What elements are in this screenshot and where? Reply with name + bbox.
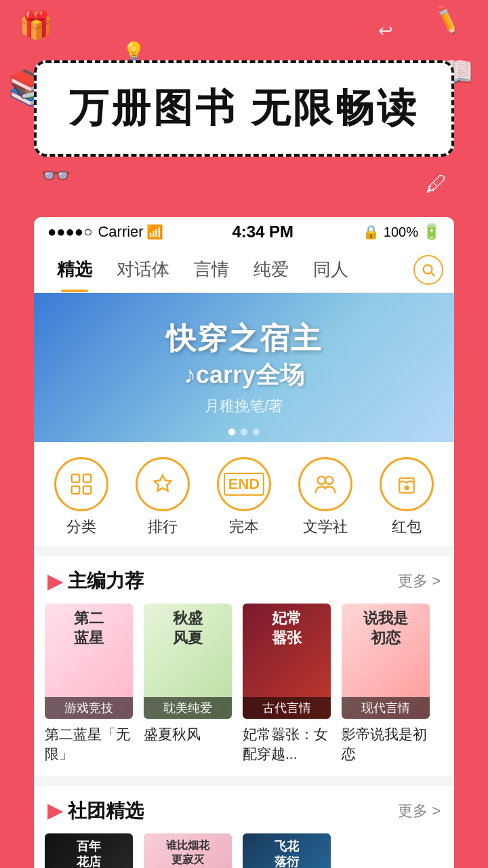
quick-category[interactable]: 分类 xyxy=(54,457,108,537)
banner-author: 月稚挽笔/著 xyxy=(166,396,322,416)
quick-literary[interactable]: 文学社 xyxy=(298,457,352,537)
literary-icon-circle xyxy=(298,457,352,511)
book-item[interactable]: 百年花店 轻小说 百年花店 xyxy=(45,833,133,868)
book-title: 第二蓝星「无限」 xyxy=(45,724,133,764)
book-cover: 飞花落衍 耽美纯爱 xyxy=(243,833,331,868)
book-genre-tag: 现代言情 xyxy=(342,697,430,719)
cover-art: 秋盛风夏 xyxy=(144,604,232,653)
finished-label: 完本 xyxy=(229,517,259,537)
time-display: 4:34 PM xyxy=(232,222,293,241)
svg-point-9 xyxy=(404,486,409,490)
title-arrow-icon: ▶ xyxy=(47,570,62,593)
editor-picks-section: ▶ 主编力荐 更多 > 第二蓝星 游戏竞技 第二蓝星「无限」 秋盛风夏 耽美纯爱… xyxy=(34,556,454,776)
svg-line-1 xyxy=(432,273,435,276)
book-item[interactable]: 妃常嚣张 古代言情 妃常嚣张：女配穿越... xyxy=(243,604,331,764)
nav-tabs: 精选 对话体 言情 纯爱 同人 xyxy=(34,247,454,293)
search-button[interactable] xyxy=(413,255,443,285)
svg-rect-2 xyxy=(72,475,79,482)
quick-ranking[interactable]: 排行 xyxy=(136,457,190,537)
carrier-label: Carrier xyxy=(98,223,143,241)
book-item[interactable]: 飞花落衍 耽美纯爱 飞花落衍 xyxy=(243,833,331,868)
community-picks-list: 百年花店 轻小说 百年花店 谁比烟花更寂灭 现代言情 谁比烟花更 飞花落衍 耽美… xyxy=(34,833,454,868)
ranking-label: 排行 xyxy=(148,517,178,537)
category-label: 分类 xyxy=(66,517,96,537)
svg-rect-8 xyxy=(399,478,414,493)
banner-content: 快穿之宿主 ♪carry全场 月稚挽笔/著 xyxy=(166,319,322,416)
tab-tongren[interactable]: 同人 xyxy=(301,247,361,292)
signal-indicator: ●●●●○ xyxy=(47,223,92,241)
end-badge: END xyxy=(224,473,264,496)
svg-point-0 xyxy=(424,264,432,273)
cover-art: 百年花店 xyxy=(45,833,133,868)
book-genre-tag: 游戏竞技 xyxy=(45,697,133,719)
dot-1 xyxy=(228,429,235,435)
status-bar: ●●●●○ Carrier 📶 4:34 PM 🔒 100% 🔋 xyxy=(34,217,454,247)
book-cover: 妃常嚣张 古代言情 xyxy=(243,604,331,719)
book-title: 影帝说我是初恋 xyxy=(342,724,430,764)
search-icon xyxy=(421,262,436,277)
cover-art: 第二蓝星 xyxy=(45,604,133,653)
deco-pencil: ✏️ xyxy=(430,3,465,36)
banner-dots xyxy=(228,429,260,435)
slogan-box: 万册图书 无限畅读 xyxy=(34,60,454,157)
promo-banner[interactable]: 快穿之宿主 ♪carry全场 月稚挽笔/著 xyxy=(34,293,454,442)
quick-icons-row: 分类 排行 END 完本 文学社 xyxy=(34,442,454,547)
phone-frame: ●●●●○ Carrier 📶 4:34 PM 🔒 100% 🔋 精选 对话体 … xyxy=(34,217,454,868)
editor-picks-list: 第二蓝星 游戏竞技 第二蓝星「无限」 秋盛风夏 耽美纯爱 盛夏秋风 妃常嚣张 古… xyxy=(34,604,454,776)
book-item[interactable]: 秋盛风夏 耽美纯爱 盛夏秋风 xyxy=(144,604,232,764)
top-banner: 🎁 ✏️ 📚 📖 👓 🖊 💡 ↩ 万册图书 无限畅读 xyxy=(0,0,488,217)
svg-rect-4 xyxy=(72,486,79,494)
status-left: ●●●●○ Carrier 📶 xyxy=(47,223,163,241)
status-right: 🔒 100% 🔋 xyxy=(363,223,441,241)
wifi-icon: 📶 xyxy=(146,224,163,240)
deco-glasses: 👓 xyxy=(41,161,71,190)
editor-picks-more[interactable]: 更多 > xyxy=(398,571,441,591)
book-cover: 百年花店 轻小说 xyxy=(45,833,133,868)
book-title: 妃常嚣张：女配穿越... xyxy=(243,724,331,764)
community-picks-more[interactable]: 更多 > xyxy=(398,801,441,821)
editor-picks-title: ▶ 主编力荐 xyxy=(47,568,144,594)
deco-curl: ↩ xyxy=(378,20,393,41)
lock-icon: 🔒 xyxy=(363,224,380,240)
book-title: 盛夏秋风 xyxy=(144,724,232,744)
cover-art: 说我是初恋 xyxy=(342,604,430,653)
tab-jingxuan[interactable]: 精选 xyxy=(45,247,104,292)
book-cover: 第二蓝星 游戏竞技 xyxy=(45,604,133,719)
community-picks-title: ▶ 社团精选 xyxy=(47,798,144,824)
community-picks-section: ▶ 社团精选 更多 > 百年花店 轻小说 百年花店 谁比烟花更寂灭 现代言情 谁… xyxy=(34,786,454,868)
book-genre-tag: 古代言情 xyxy=(243,697,331,719)
ranking-icon xyxy=(150,471,176,497)
cover-art: 谁比烟花更寂灭 xyxy=(144,833,232,868)
book-item[interactable]: 谁比烟花更寂灭 现代言情 谁比烟花更 xyxy=(144,833,232,868)
literary-label: 文学社 xyxy=(303,517,348,537)
battery-label: 100% xyxy=(384,224,418,240)
finished-icon-circle: END xyxy=(217,457,271,511)
quick-finished[interactable]: END 完本 xyxy=(217,457,271,537)
category-icon-circle xyxy=(54,457,108,511)
book-cover: 秋盛风夏 耽美纯爱 xyxy=(144,604,232,719)
category-icon xyxy=(68,471,94,497)
deco-eraser: 🖊 xyxy=(426,172,447,197)
tab-chunai[interactable]: 纯爱 xyxy=(241,247,301,292)
book-genre-tag: 耽美纯爱 xyxy=(144,697,232,719)
svg-point-7 xyxy=(325,477,333,484)
slogan-text: 万册图书 无限畅读 xyxy=(69,82,419,135)
svg-point-6 xyxy=(318,477,325,484)
quick-redpacket[interactable]: 红包 xyxy=(380,457,434,537)
dot-3 xyxy=(253,429,260,435)
ranking-icon-circle xyxy=(136,457,190,511)
dot-2 xyxy=(241,429,247,435)
tab-dialogtype[interactable]: 对话体 xyxy=(104,247,182,292)
cover-art: 飞花落衍 xyxy=(243,833,331,868)
book-item[interactable]: 说我是初恋 现代言情 影帝说我是初恋 xyxy=(342,604,430,764)
editor-picks-header: ▶ 主编力荐 更多 > xyxy=(34,556,454,604)
book-item[interactable]: 第二蓝星 游戏竞技 第二蓝星「无限」 xyxy=(45,604,133,764)
literary-icon xyxy=(312,471,338,497)
deco-gift: 🎁 xyxy=(19,9,53,41)
tab-yanqing[interactable]: 言情 xyxy=(182,247,241,292)
redpacket-label: 红包 xyxy=(392,517,422,537)
redpacket-icon xyxy=(394,472,419,496)
battery-icon: 🔋 xyxy=(422,223,441,241)
book-cover: 说我是初恋 现代言情 xyxy=(342,604,430,719)
redpacket-icon-circle xyxy=(380,457,434,511)
